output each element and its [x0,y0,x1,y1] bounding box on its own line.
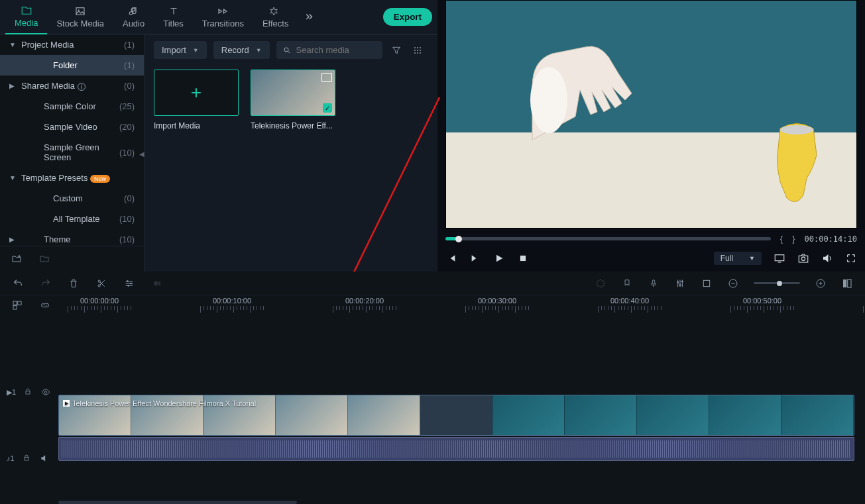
preview-timecode: 00:00:14:10 [805,234,857,244]
svg-rect-37 [26,391,30,395]
filter-icon[interactable] [389,43,404,58]
sidebar-item-template-presets[interactable]: ▼Template Presets New [0,168,144,188]
export-button[interactable]: Export [383,8,432,26]
timeline-panel: 00:00:00:0000:00:10:0000:00:20:0000:00:3… [0,272,865,504]
play-icon[interactable] [493,252,505,264]
timeline-options-icon[interactable] [12,300,25,313]
preview-progress[interactable] [445,237,771,240]
voiceover-icon[interactable] [648,277,660,289]
prev-frame-icon[interactable] [445,252,457,264]
visibility-icon[interactable] [41,387,50,397]
sidebar-item-all-template[interactable]: All Template (10) [0,209,144,229]
crop-icon[interactable] [701,277,713,289]
tab-transitions[interactable]: Transitions [193,0,253,34]
svg-rect-0 [76,8,84,15]
plus-icon: + [154,70,239,116]
preview-content [526,34,658,140]
scrollbar[interactable] [58,501,297,504]
sidebar-item-sample-green-screen[interactable]: Sample Green Screen (10) [0,137,144,168]
undo-icon[interactable] [12,277,24,289]
tab-media[interactable]: Media [5,0,47,34]
sidebar-item-folder[interactable]: Folder (1) [0,55,144,76]
adjust-icon[interactable] [123,277,135,289]
svg-rect-16 [775,255,784,261]
svg-point-22 [130,282,132,284]
tab-stock-media[interactable]: Stock Media [47,0,113,34]
delete-icon[interactable] [68,277,80,289]
media-clip-card[interactable]: ✓ Telekinesis Power Eff... [251,70,335,130]
marker-icon[interactable] [621,277,633,289]
svg-point-3 [414,47,416,48]
svg-rect-29 [703,280,709,286]
svg-rect-27 [679,284,681,285]
grid-view-icon[interactable] [410,43,425,58]
folder-icon[interactable] [37,252,52,266]
mute-icon[interactable] [40,454,49,463]
video-type-icon [321,73,332,82]
audio-track-icon: ♪1 [7,454,15,462]
tab-audio[interactable]: Audio [113,0,154,34]
collapse-sidebar-icon[interactable]: ◀ [139,150,144,158]
svg-rect-25 [652,279,655,283]
fullscreen-icon[interactable] [845,252,857,264]
quality-dropdown[interactable]: Full▼ [714,252,762,265]
import-media-card[interactable]: + Import Media [154,70,239,130]
search-media[interactable] [276,41,382,59]
link-icon[interactable] [40,300,53,313]
record-dropdown[interactable]: Record▼ [213,41,270,59]
svg-rect-33 [848,279,851,287]
lock-icon[interactable] [23,454,32,463]
display-icon[interactable] [774,252,785,264]
mark-in-icon[interactable]: { [780,234,783,244]
lock-icon[interactable] [24,387,33,397]
render-icon[interactable] [595,277,606,289]
tab-titles[interactable]: Titles [154,0,193,34]
preview-panel: { } 00:00:14:10 Full▼ [437,0,865,272]
zoom-slider[interactable] [754,282,800,284]
svg-rect-28 [681,281,683,282]
audio-wave-icon[interactable] [151,277,163,289]
svg-point-38 [44,391,47,393]
svg-point-21 [127,280,129,282]
svg-rect-36 [13,306,17,309]
timeline-clip[interactable]: ▶Telekinesis Power Effect Wondershare Fi… [58,395,854,436]
search-input[interactable] [296,45,376,55]
preview-content-2 [770,122,823,208]
svg-rect-15 [520,256,526,261]
audio-mixer-icon[interactable] [674,277,686,289]
video-preview[interactable] [445,0,857,228]
svg-point-24 [597,279,605,287]
sidebar-item-sample-color[interactable]: Sample Color (25) [0,96,144,117]
svg-point-6 [414,50,416,51]
svg-point-9 [414,52,416,54]
fit-icon[interactable] [841,277,853,289]
svg-point-13 [530,67,567,133]
tab-effects[interactable]: Effects [253,0,298,34]
video-track-icon: ▶1 [7,388,16,397]
svg-point-4 [417,47,418,48]
sidebar-item-custom[interactable]: Custom (0) [0,188,144,209]
split-icon[interactable] [95,277,107,289]
mark-out-icon[interactable]: } [792,234,795,244]
next-frame-icon[interactable] [469,252,481,264]
zoom-in-icon[interactable] [815,277,827,289]
svg-rect-35 [18,301,21,305]
new-folder-icon[interactable] [9,252,24,266]
import-dropdown[interactable]: Import▼ [154,41,207,59]
sidebar-item-shared-media[interactable]: ▶Shared Media i(0) [0,76,144,96]
audio-waveform[interactable] [58,437,854,461]
svg-point-18 [801,257,805,260]
zoom-out-icon[interactable] [727,277,739,289]
check-icon: ✓ [323,103,332,113]
sidebar-item-project-media[interactable]: ▼Project Media (1) [0,34,144,55]
svg-point-2 [284,48,288,52]
svg-point-5 [420,47,421,48]
volume-icon[interactable] [821,252,833,264]
sidebar-item-sample-video[interactable]: Sample Video (20) [0,117,144,137]
snapshot-icon[interactable] [797,252,809,264]
tab-more[interactable] [298,0,320,34]
svg-point-14 [780,125,813,134]
timeline-ruler[interactable]: 00:00:00:0000:00:10:0000:00:20:0000:00:3… [68,295,865,318]
stop-icon[interactable] [517,252,529,264]
redo-icon[interactable] [40,277,52,289]
